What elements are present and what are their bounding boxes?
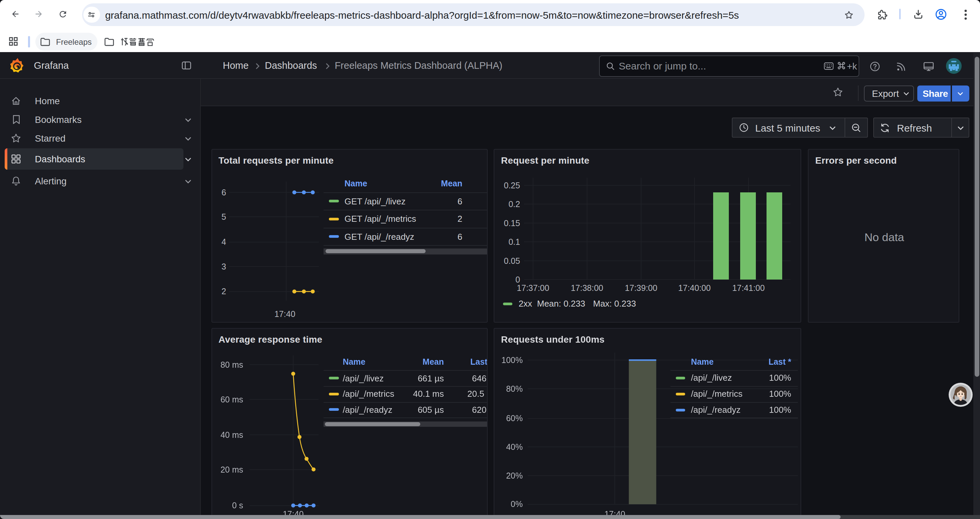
svg-text:20 ms: 20 ms: [220, 465, 243, 474]
svg-text:17:40: 17:40: [274, 309, 295, 319]
svg-text:0.05: 0.05: [504, 256, 520, 265]
svg-text:3: 3: [221, 262, 226, 271]
svg-text:6: 6: [221, 188, 226, 197]
svg-text:0%: 0%: [511, 499, 523, 509]
svg-text:17:39:00: 17:39:00: [625, 283, 657, 292]
svg-text:60%: 60%: [506, 414, 523, 423]
svg-text:0.1: 0.1: [508, 237, 520, 246]
svg-text:0.2: 0.2: [508, 200, 520, 209]
svg-text:80%: 80%: [506, 384, 523, 393]
svg-text:0: 0: [515, 275, 520, 284]
svg-text:17:41:00: 17:41:00: [732, 283, 765, 292]
svg-text:17:38:00: 17:38:00: [571, 283, 603, 292]
svg-text:17:40:00: 17:40:00: [678, 283, 711, 292]
svg-text:80 ms: 80 ms: [220, 360, 243, 369]
svg-text:60 ms: 60 ms: [220, 395, 243, 404]
svg-text:40 ms: 40 ms: [220, 430, 243, 439]
svg-text:0 s: 0 s: [232, 501, 243, 510]
svg-text:40%: 40%: [506, 442, 523, 452]
svg-text:17:37:00: 17:37:00: [517, 283, 549, 292]
svg-text:100%: 100%: [501, 355, 523, 365]
svg-text:20%: 20%: [506, 471, 523, 480]
svg-text:4: 4: [221, 237, 226, 246]
svg-text:5: 5: [221, 212, 226, 222]
svg-text:2: 2: [221, 287, 226, 296]
svg-text:0.15: 0.15: [504, 219, 520, 228]
svg-text:0.25: 0.25: [504, 181, 520, 190]
